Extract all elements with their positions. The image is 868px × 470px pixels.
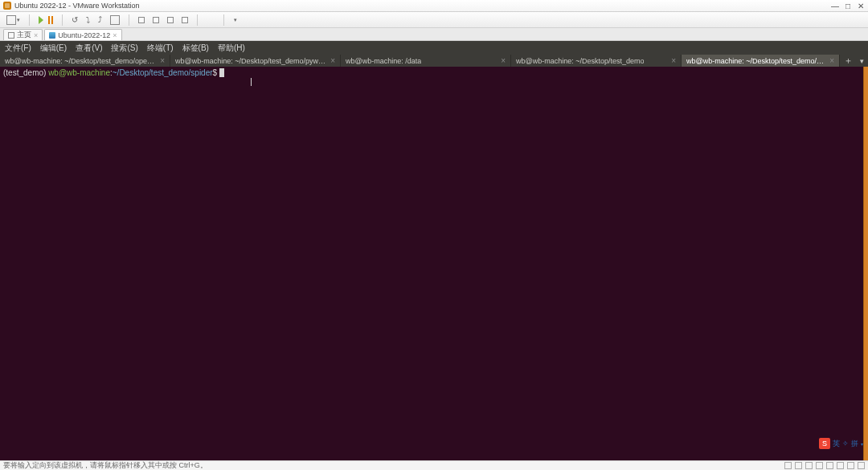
tab-home-label: 主页 <box>17 30 31 40</box>
ime-mode-1[interactable]: 英 <box>833 439 840 449</box>
terminal-tab-label: wb@wb-machine: ~/Desktop/test_demo <box>516 57 644 65</box>
ime-indicator[interactable]: S 英 ✧ 拼 ▾ <box>819 438 863 449</box>
device-extra-icon[interactable] <box>858 462 865 469</box>
device-sound-icon[interactable] <box>826 462 833 469</box>
terminal-tab-label: wb@wb-machine: /data <box>346 57 421 65</box>
tab-overflow-button[interactable]: ▾ <box>856 55 868 67</box>
workstation-menu[interactable]: ▾ <box>5 14 22 27</box>
power-on-button[interactable] <box>37 14 45 26</box>
view-group <box>137 15 190 25</box>
vm-tab-bar: 主页 × Ubuntu-2022-12 × <box>0 28 868 41</box>
ime-logo-icon: S <box>819 438 830 449</box>
snapshot-button[interactable] <box>108 14 121 27</box>
separator <box>62 14 63 26</box>
fit-window-button[interactable] <box>151 15 161 25</box>
separator <box>29 14 30 26</box>
window-title: Ubuntu 2022-12 - VMware Workstation <box>14 2 139 10</box>
terminal-cursor <box>219 68 224 77</box>
snapshot-take-button[interactable]: ↺ <box>70 14 80 26</box>
fit-guest-button[interactable] <box>137 15 146 25</box>
tab-vm[interactable]: Ubuntu-2022-12 × <box>44 29 121 40</box>
new-tab-button[interactable]: ＋ <box>840 55 856 67</box>
terminal-tab[interactable]: wb@wb-machine: ~/Desktop/test_demo/pywo…… <box>170 55 341 67</box>
snapshot-manage-button[interactable]: ⤴ <box>96 14 104 26</box>
prompt-line: (test_demo) wb@wb-machine : ~/Desktop/te… <box>3 68 865 77</box>
tab-vm-label: Ubuntu-2022-12 <box>58 31 110 39</box>
tab-close-icon[interactable]: × <box>330 56 335 65</box>
status-text: 要将输入定向到该虚拟机，请将鼠标指针移入其中或按 Ctrl+G。 <box>3 460 207 470</box>
menu-edit[interactable]: 编辑(E) <box>40 43 67 54</box>
separator <box>129 14 129 26</box>
text-caret-icon <box>251 78 252 86</box>
device-usb-icon[interactable] <box>816 462 823 469</box>
app-icon <box>3 2 11 10</box>
terminal-tab[interactable]: wb@wb-machine: ~/Desktop/test_demo/openc… <box>0 55 170 67</box>
stretch-group: ▾ <box>231 15 239 25</box>
tab-close-icon[interactable]: × <box>829 56 834 65</box>
window-title-bar: Ubuntu 2022-12 - VMware Workstation — □ … <box>0 0 868 12</box>
close-button[interactable]: ✕ <box>855 2 866 10</box>
terminal-tab-bar: wb@wb-machine: ~/Desktop/test_demo/openc… <box>0 55 868 67</box>
fullscreen-button[interactable] <box>205 15 216 25</box>
pause-button[interactable] <box>45 14 55 26</box>
tab-home[interactable]: 主页 × <box>3 29 43 40</box>
menu-search[interactable]: 搜索(S) <box>111 43 137 54</box>
tab-close-icon[interactable]: × <box>671 56 676 65</box>
prompt-venv: (test_demo) <box>3 68 46 77</box>
tab-close-icon[interactable]: × <box>34 31 38 39</box>
tab-close-icon[interactable]: × <box>160 56 165 65</box>
vm-display: 文件(F) 编辑(E) 查看(V) 搜索(S) 终端(T) 标签(B) 帮助(H… <box>0 41 868 460</box>
maximize-button[interactable]: □ <box>842 2 854 10</box>
device-hdd-icon[interactable] <box>784 462 792 469</box>
prompt-path: ~/Desktop/test_demo/spider <box>113 68 213 77</box>
device-cd-icon[interactable] <box>795 462 802 469</box>
device-printer-icon[interactable] <box>837 462 844 469</box>
separator <box>223 14 224 26</box>
home-icon <box>8 32 14 39</box>
device-display-icon[interactable] <box>847 462 854 469</box>
stretch-button[interactable]: ▾ <box>231 15 239 25</box>
terminal-menubar: 文件(F) 编辑(E) 查看(V) 搜索(S) 终端(T) 标签(B) 帮助(H… <box>0 41 868 55</box>
menu-tabs[interactable]: 标签(B) <box>182 43 209 54</box>
terminal-tab-label: wb@wb-machine: ~/Desktop/test_demo/openc… <box>5 57 157 65</box>
ime-caret-icon[interactable]: ▾ <box>861 441 863 447</box>
status-device-icons <box>784 462 865 469</box>
minimize-button[interactable]: — <box>829 2 841 10</box>
device-net-icon[interactable] <box>805 462 813 469</box>
terminal-body[interactable]: (test_demo) wb@wb-machine : ~/Desktop/te… <box>0 67 868 460</box>
vm-icon <box>49 32 55 39</box>
terminal-scrollbar[interactable] <box>863 67 868 460</box>
menu-help[interactable]: 帮助(H) <box>218 43 245 54</box>
power-controls <box>37 14 55 26</box>
snapshot-revert-button[interactable]: ⤵ <box>84 14 92 26</box>
terminal-tab-active[interactable]: wb@wb-machine: ~/Desktop/test_demo/spide… <box>682 55 840 67</box>
fullscreen-group <box>205 15 216 25</box>
terminal-tab[interactable]: wb@wb-machine: ~/Desktop/test_demo × <box>511 55 682 67</box>
terminal-tab-label: wb@wb-machine: ~/Desktop/test_demo/spide… <box>686 57 826 65</box>
menu-terminal[interactable]: 终端(T) <box>147 43 174 54</box>
tab-close-icon[interactable]: × <box>501 56 506 65</box>
multi-monitor-button[interactable] <box>166 15 175 25</box>
unity-button[interactable] <box>180 15 190 25</box>
prompt-dollar: $ <box>213 68 218 77</box>
ime-mode-2[interactable]: 拼 <box>851 439 858 449</box>
menu-view[interactable]: 查看(V) <box>76 43 102 54</box>
separator <box>197 14 198 26</box>
tab-close-icon[interactable]: × <box>113 31 117 39</box>
window-controls: — □ ✕ <box>829 2 868 10</box>
vmware-status-bar: 要将输入定向到该虚拟机，请将鼠标指针移入其中或按 Ctrl+G。 <box>0 460 868 470</box>
ime-separator-icon: ✧ <box>842 439 849 448</box>
menu-group: ▾ <box>5 14 22 27</box>
snapshot-group: ↺ ⤵ ⤴ <box>70 14 121 27</box>
menu-file[interactable]: 文件(F) <box>5 43 31 54</box>
terminal-tab-label: wb@wb-machine: ~/Desktop/test_demo/pywo… <box>175 57 327 65</box>
vmware-toolbar: ▾ ↺ ⤵ ⤴ ▾ <box>0 12 868 28</box>
terminal-tab[interactable]: wb@wb-machine: /data × <box>341 55 511 67</box>
prompt-userhost: wb@wb-machine <box>48 68 110 77</box>
